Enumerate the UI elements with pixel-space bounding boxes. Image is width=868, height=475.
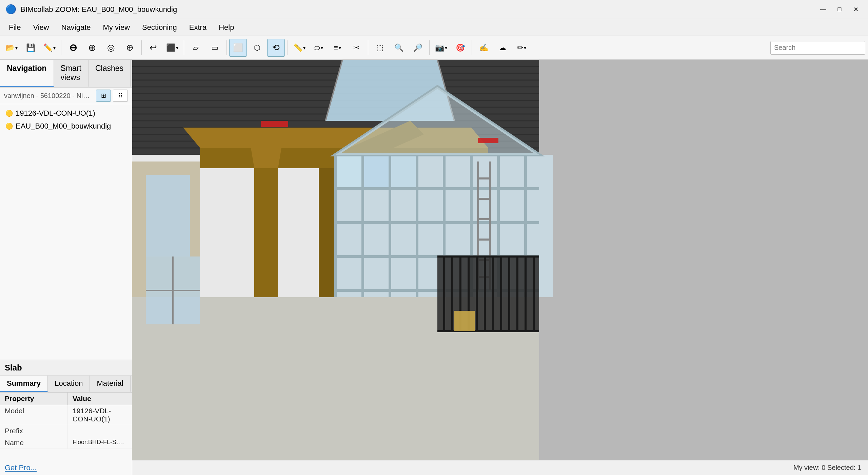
lines-icon: ≡ xyxy=(334,43,338,52)
properties-panel: Slab Summary Location Material Clashes ›… xyxy=(0,360,132,475)
separator-8 xyxy=(472,40,472,55)
clipping-icon: ✂ xyxy=(353,43,359,52)
maximize-button[interactable]: □ xyxy=(833,4,846,15)
open-button[interactable]: 📂 ▾ xyxy=(3,39,20,57)
menu-navigate[interactable]: Navigate xyxy=(55,21,97,34)
minimize-button[interactable]: — xyxy=(816,4,830,15)
left-panel: Navigation Smart views Clashes Issues va… xyxy=(0,60,132,475)
separator-3 xyxy=(184,40,184,55)
props-tab-material[interactable]: Material xyxy=(90,376,130,392)
zoom-selected-icon: 🔎 xyxy=(413,43,422,52)
lines-arrow-icon: ▾ xyxy=(339,45,341,51)
menu-sectioning[interactable]: Sectioning xyxy=(136,21,183,34)
markup-button[interactable]: ✏️ ▾ xyxy=(41,39,58,57)
annotation-button[interactable]: ✍ xyxy=(475,39,492,57)
orbit-button[interactable]: ⊕ xyxy=(121,39,139,57)
menu-myview[interactable]: My view xyxy=(97,21,136,34)
app-title: BIMcollab ZOOM: EAU_B00_M00_bouwkundig xyxy=(20,5,177,14)
close-button[interactable]: ✕ xyxy=(849,4,863,15)
menu-help[interactable]: Help xyxy=(213,21,240,34)
viewpoint-button[interactable]: 🎯 xyxy=(451,39,469,57)
slice-h-button[interactable]: ▱ xyxy=(187,39,204,57)
measure-icon: 📏 xyxy=(293,43,302,52)
props-table-header: Property Value xyxy=(0,393,132,405)
prop-name-value: Floor:BHD-FL-SteelRoofCladding-105-prefi… xyxy=(68,437,132,449)
save-button[interactable]: 💾 xyxy=(22,39,39,57)
title-bar: 🔵 BIMcollab ZOOM: EAU_B00_M00_bouwkundig… xyxy=(0,0,868,19)
tab-clashes[interactable]: Clashes xyxy=(88,60,131,87)
viewport[interactable]: My view: 0 Selected: 1 xyxy=(132,60,868,475)
display-mode-button[interactable]: ⬛ ▾ xyxy=(163,39,181,57)
tree-item-1-icon: 🟡 xyxy=(5,110,13,117)
header-value: Value xyxy=(68,393,132,405)
menu-extra[interactable]: Extra xyxy=(183,21,213,34)
snapshot-icon: 📷 xyxy=(435,43,444,52)
tree-item-1-label: 19126-VDL-CON-UO(1) xyxy=(16,109,95,118)
props-table: Property Value Model 19126-VDL-CON-UO(1)… xyxy=(0,393,132,461)
separator-6 xyxy=(368,40,368,55)
snapshot-button[interactable]: 📷 ▾ xyxy=(432,39,450,57)
viewpoint-icon: 🎯 xyxy=(456,43,465,52)
separator-5 xyxy=(288,40,288,55)
prop-model-label: Model xyxy=(0,405,68,425)
svg-rect-60 xyxy=(478,138,498,143)
slab-label: Slab xyxy=(0,360,132,376)
get-pro-link[interactable]: Get Pro... xyxy=(0,461,132,475)
separator-7 xyxy=(429,40,430,55)
ortho-icon: ⬜ xyxy=(233,43,243,53)
select-box-button[interactable]: ⬚ xyxy=(371,39,389,57)
svg-rect-76 xyxy=(454,311,475,331)
tab-navigation[interactable]: Navigation xyxy=(0,60,54,87)
display-mode-arrow-icon: ▾ xyxy=(176,45,178,51)
prop-prefix-label: Prefix xyxy=(0,425,68,437)
zoom-selected-button[interactable]: 🔎 xyxy=(409,39,427,57)
svg-rect-1 xyxy=(539,60,868,475)
tree-item-2-icon: 🟡 xyxy=(5,122,13,130)
tree-panel: 🟡 19126-VDL-CON-UO(1) 🟡 EAU_B00_M00_bouw… xyxy=(0,104,132,360)
zoom-out-icon: ⊖ xyxy=(69,42,77,53)
menu-file[interactable]: File xyxy=(3,21,27,34)
svg-rect-59 xyxy=(261,121,288,127)
tree-item-2[interactable]: 🟡 EAU_B00_M00_bouwkundig xyxy=(0,120,132,133)
ellipse-button[interactable]: ⬭ ▾ xyxy=(310,39,327,57)
zoom-to-circle-button[interactable]: ◎ xyxy=(102,39,120,57)
annotation-icon: ✍ xyxy=(479,43,488,52)
props-row-model: Model 19126-VDL-CON-UO(1) xyxy=(0,405,132,425)
props-row-name: Name Floor:BHD-FL-SteelRoofCladding-105-… xyxy=(0,437,132,449)
props-tab-summary[interactable]: Summary xyxy=(0,376,48,392)
persp-icon: ⬡ xyxy=(254,43,260,52)
zoom-fit-button[interactable]: ⊕ xyxy=(83,39,101,57)
svg-rect-46 xyxy=(337,156,361,187)
markup-arrow-icon: ▾ xyxy=(53,45,56,51)
tree-list-view-button[interactable]: ⊞ xyxy=(96,90,111,102)
save-icon: 💾 xyxy=(26,43,35,52)
measure-button[interactable]: 📏 ▾ xyxy=(291,39,308,57)
orbit-icon: ⊕ xyxy=(126,42,134,53)
undo-button[interactable]: ↩ xyxy=(144,39,162,57)
tabs-row: Navigation Smart views Clashes Issues xyxy=(0,60,132,88)
window-controls: — □ ✕ xyxy=(816,4,863,15)
header-property: Property xyxy=(0,393,68,405)
props-tab-location[interactable]: Location xyxy=(48,376,90,392)
menu-view[interactable]: View xyxy=(27,21,55,34)
svg-rect-31 xyxy=(146,175,190,256)
tree-item-1[interactable]: 🟡 19126-VDL-CON-UO(1) xyxy=(0,107,132,120)
tab-smart-views[interactable]: Smart views xyxy=(54,60,88,87)
slice-v-button[interactable]: ▭ xyxy=(206,39,223,57)
sync-icon: ⟲ xyxy=(272,42,280,53)
tree-grid-view-button[interactable]: ⠿ xyxy=(113,90,128,102)
display-mode-icon: ⬛ xyxy=(166,43,175,52)
search-input[interactable] xyxy=(770,41,865,55)
lines-button[interactable]: ≡ ▾ xyxy=(329,39,346,57)
pencil-button[interactable]: ✏ ▾ xyxy=(513,39,530,57)
tree-header-text: vanwijnen - 56100220 - Nieuwbouw RRP ter… xyxy=(4,92,92,100)
clipping-button[interactable]: ✂ xyxy=(348,39,365,57)
ortho-button[interactable]: ⬜ xyxy=(229,39,247,57)
cloud-button[interactable]: ☁ xyxy=(494,39,511,57)
ellipse-icon: ⬭ xyxy=(314,43,320,52)
persp-button[interactable]: ⬡ xyxy=(248,39,266,57)
prop-prefix-value xyxy=(68,425,132,437)
zoom-window-button[interactable]: 🔍 xyxy=(390,39,408,57)
zoom-out-button[interactable]: ⊖ xyxy=(64,39,82,57)
sync-button[interactable]: ⟲ xyxy=(267,39,285,57)
